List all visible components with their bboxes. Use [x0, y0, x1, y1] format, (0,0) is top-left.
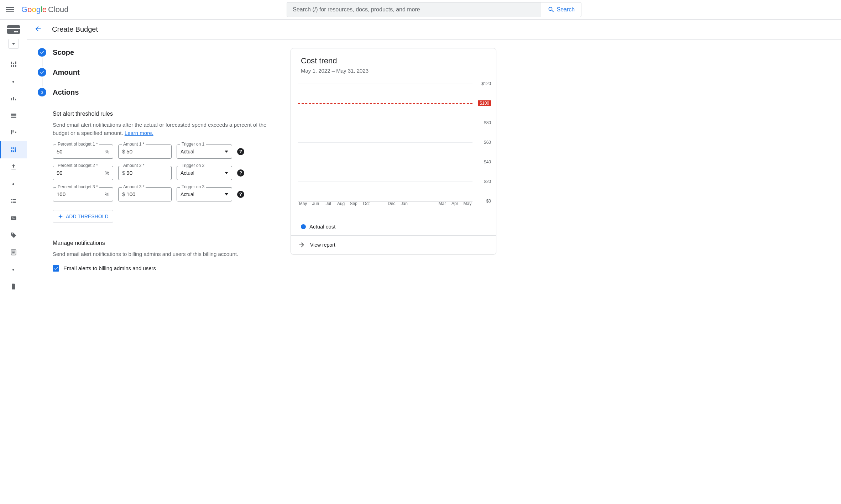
email-alerts-label: Email alerts to billing admins and users: [63, 265, 156, 271]
email-alerts-checkbox[interactable]: [53, 265, 59, 272]
caret-down-icon: [225, 193, 228, 195]
cost-trend-panel: Cost trend May 1, 2022 – May 31, 2023 $1…: [291, 48, 496, 254]
legend-label: Actual cost: [309, 224, 335, 230]
rail-table-icon[interactable]: [0, 107, 27, 124]
rail-dot-3[interactable]: [0, 261, 27, 278]
svg-rect-7: [12, 251, 15, 252]
search-wrap: Search: [287, 2, 581, 17]
add-threshold-button[interactable]: ADD THRESHOLD: [53, 210, 113, 223]
trigger-select-1[interactable]: Actual: [177, 145, 232, 159]
rail-stats-icon[interactable]: [0, 90, 27, 107]
thresholds-description: Send email alert notifications after the…: [53, 121, 276, 137]
svg-point-10: [14, 252, 15, 253]
rail-tag-icon[interactable]: [0, 227, 27, 244]
svg-point-9: [13, 252, 14, 253]
budget-marker: $100: [478, 100, 491, 106]
amount-input-2[interactable]: [126, 170, 168, 176]
search-button[interactable]: Search: [541, 2, 582, 17]
step-scope[interactable]: Scope: [38, 48, 276, 57]
learn-more-link[interactable]: Learn more.: [125, 130, 153, 136]
caret-down-icon: [12, 43, 15, 45]
trigger-select-3[interactable]: Actual: [177, 187, 232, 201]
arrow-right-icon: [298, 241, 305, 248]
svg-point-13: [14, 253, 15, 254]
threshold-row: Percent of budget 2 *% Amount 2 *$ Trigg…: [53, 166, 276, 180]
page-title: Create Budget: [52, 25, 98, 33]
svg-rect-3: [16, 31, 18, 32]
rail-budgets-icon[interactable]: [0, 141, 27, 158]
svg-rect-1: [7, 28, 20, 29]
help-icon[interactable]: ?: [237, 169, 244, 177]
amount-input-3[interactable]: [126, 191, 168, 197]
rail-dot-2[interactable]: [0, 175, 27, 193]
percent-input-3[interactable]: [57, 191, 105, 197]
rail-flow-icon[interactable]: [0, 124, 27, 141]
check-icon: [38, 48, 46, 57]
trend-title: Cost trend: [301, 56, 486, 65]
svg-text:%: %: [12, 216, 15, 220]
step-actions[interactable]: 3 Actions: [38, 88, 276, 96]
percent-input-2[interactable]: [57, 170, 105, 176]
cost-trend-chart: $120 $100 $80 $60 $40 $20 $0 May Jun Jul…: [298, 84, 491, 210]
step-amount[interactable]: Amount: [38, 68, 276, 77]
top-header: GoogleCloud Search: [0, 0, 841, 20]
left-rail: %: [0, 20, 27, 504]
rail-calc-icon[interactable]: [0, 244, 27, 261]
gcp-logo[interactable]: GoogleCloud: [21, 5, 69, 14]
menu-icon[interactable]: [6, 5, 14, 14]
rail-bar-chart-icon[interactable]: [0, 56, 27, 73]
svg-point-12: [13, 253, 14, 254]
threshold-row: Percent of budget 1 *% Amount 1 *$ Trigg…: [53, 145, 276, 159]
percent-input-1[interactable]: [57, 148, 105, 154]
threshold-row: Percent of budget 3 *% Amount 3 *$ Trigg…: [53, 187, 276, 201]
notifications-description: Send email alert notifications to billin…: [53, 250, 276, 258]
help-icon[interactable]: ?: [237, 148, 244, 155]
rail-dot-1[interactable]: [0, 73, 27, 90]
amount-input-1[interactable]: [126, 148, 168, 154]
svg-point-8: [12, 252, 12, 253]
svg-point-11: [12, 253, 12, 254]
legend-dot-icon: [301, 224, 306, 229]
page-header: Create Budget: [27, 20, 841, 40]
plus-icon: [57, 213, 64, 220]
svg-rect-0: [7, 25, 20, 34]
search-icon: [548, 6, 555, 13]
rail-list-icon[interactable]: [0, 193, 27, 210]
view-report-link[interactable]: View report: [291, 235, 496, 254]
search-input[interactable]: [287, 2, 540, 17]
trend-date-range: May 1, 2022 – May 31, 2023: [301, 68, 486, 74]
rail-doc-icon[interactable]: [0, 278, 27, 295]
trigger-select-2[interactable]: Actual: [177, 166, 232, 180]
rail-dropdown[interactable]: [8, 39, 19, 49]
thresholds-title: Set alert threshold rules: [53, 111, 276, 117]
check-icon: [38, 68, 46, 77]
rail-export-icon[interactable]: [0, 158, 27, 175]
caret-down-icon: [225, 172, 228, 174]
billing-card-icon[interactable]: [7, 25, 20, 34]
back-arrow-icon[interactable]: [34, 25, 42, 34]
notifications-title: Manage notifications: [53, 240, 276, 246]
svg-rect-2: [14, 31, 16, 32]
rail-percent-icon[interactable]: %: [0, 210, 27, 227]
caret-down-icon: [225, 151, 228, 153]
step-number-badge: 3: [38, 88, 46, 96]
help-icon[interactable]: ?: [237, 191, 244, 198]
check-icon: [53, 266, 58, 271]
